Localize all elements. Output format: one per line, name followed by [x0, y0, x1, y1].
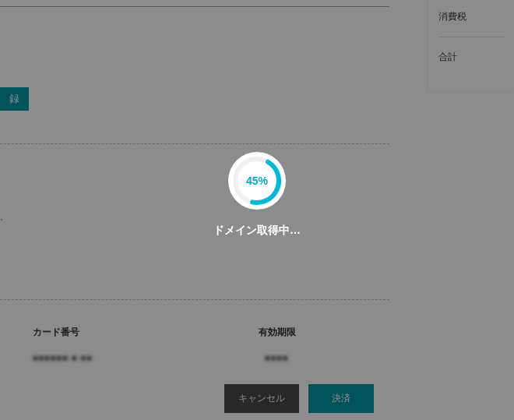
loading-overlay: 45% ドメイン取得中…	[0, 0, 514, 420]
progress-spinner: 45%	[228, 152, 286, 210]
progress-percent: 45%	[246, 175, 268, 187]
loading-message: ドメイン取得中…	[213, 224, 301, 238]
